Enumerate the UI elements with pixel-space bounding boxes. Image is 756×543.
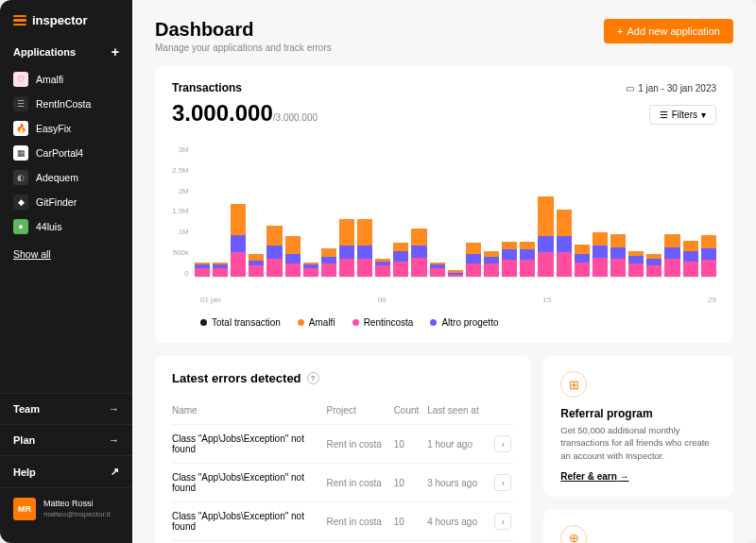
help-icon[interactable]: ? (307, 372, 319, 384)
topbar: Dashboard Manage your applications and t… (155, 19, 733, 53)
plus-icon: + (617, 25, 623, 37)
chart-bar (484, 251, 499, 277)
app-icon: 🔥 (13, 121, 28, 136)
legend-item: Total transaction (200, 317, 281, 328)
chart-bars (195, 145, 716, 278)
user-block[interactable]: MR Matteo Rossi matteo@inspector.it (0, 487, 132, 530)
chart-bar (448, 270, 463, 277)
sidebar-item[interactable]: ♡Amalfi (8, 67, 125, 92)
chart-bar (646, 254, 662, 277)
transactions-chart: 3M2.5M2M1.5M1M500k0 01 jan081529 Total t… (172, 145, 716, 328)
chart-bar (466, 243, 481, 277)
transactions-metric: 3.000.000/3.000.000 (172, 100, 318, 127)
app-icon: ◆ (13, 195, 28, 210)
errors-panel: Latest errors detected ? Name Project Co… (155, 356, 530, 543)
chart-bar (195, 263, 210, 277)
app-icon: ☰ (13, 96, 28, 111)
page-subtitle: Manage your applications and track error… (155, 42, 332, 53)
app-label: GitFinder (36, 196, 77, 208)
avatar: MR (13, 498, 36, 520)
sidebar-item[interactable]: ☰RentInCosta (8, 92, 125, 116)
referral-body: Get 50,000 additional monthly transactio… (560, 424, 716, 462)
chart-bar (375, 259, 390, 277)
chart-bar (557, 210, 572, 277)
chart-bar (683, 241, 698, 277)
sidebar-item[interactable]: 🔥EasyFix (8, 116, 125, 141)
show-all-link[interactable]: Show all (0, 239, 132, 269)
calendar-icon: ▭ (626, 83, 634, 93)
chart-bar (231, 204, 246, 277)
chart-bar (430, 263, 445, 277)
chart-bar (575, 245, 590, 277)
chart-bar (701, 235, 716, 277)
app-label: RentInCosta (36, 98, 91, 110)
table-row: Class "App\Jobs\Exception" not foundRent… (172, 425, 513, 464)
chart-bar (249, 254, 264, 277)
table-row: Class "App\Jobs\Exception" not foundRent… (172, 502, 513, 541)
arrow-icon: → (109, 434, 119, 446)
sidebar-item[interactable]: ◐Adequem (8, 165, 125, 190)
nav-link[interactable]: Team→ (0, 393, 132, 424)
chart-bar (357, 219, 372, 277)
team-card: ⊕ Add team members (543, 510, 733, 543)
legend-item: Rentincosta (352, 317, 414, 328)
app-list: ♡Amalfi☰RentInCosta🔥EasyFix▦CarPortal4◐A… (0, 67, 132, 239)
sidebar-item[interactable]: ▦CarPortal4 (8, 141, 125, 165)
apps-section-head: Applications + (0, 41, 132, 67)
chevron-right-icon[interactable]: › (494, 513, 511, 530)
errors-table-head: Name Project Count Last seen at (172, 397, 513, 425)
transactions-card: Transactions ▭ 1 jan - 30 jan 2023 3.000… (155, 66, 733, 343)
arrow-icon: → (109, 403, 119, 415)
sidebar-item[interactable]: ◆GitFinder (8, 190, 125, 214)
chart-bar (610, 234, 626, 277)
chevron-right-icon[interactable]: › (494, 474, 511, 491)
chart-bar (266, 226, 282, 277)
logo-icon (13, 15, 26, 26)
chart-yaxis: 3M2.5M2M1.5M1M500k0 (172, 145, 195, 278)
add-app-icon[interactable]: + (112, 44, 119, 59)
chart-bar (213, 263, 228, 277)
user-name: Matteo Rossi (43, 499, 111, 510)
chart-legend: Total transactionAmalfiRentincostaAltro … (172, 317, 716, 328)
chart-bar (393, 243, 408, 277)
app-label: Amalfi (36, 74, 63, 85)
arrow-icon: ↗ (111, 466, 119, 478)
date-range[interactable]: ▭ 1 jan - 30 jan 2023 (626, 83, 716, 93)
chevron-down-icon: ▾ (701, 110, 706, 120)
chart-bar (285, 236, 301, 277)
apps-section-label: Applications (13, 46, 76, 58)
filter-icon: ☰ (660, 110, 668, 120)
logo[interactable]: inspector (0, 13, 132, 41)
chevron-right-icon[interactable]: › (494, 435, 511, 452)
chart-bar (321, 248, 336, 277)
chart-bar (303, 263, 318, 277)
chart-xaxis: 01 jan081529 (172, 296, 716, 304)
add-application-button[interactable]: + Add new application (604, 19, 733, 43)
chart-bar (593, 232, 608, 277)
app-icon: ▦ (13, 145, 28, 161)
table-row: Class "App\Jobs\Exception" not foundRent… (172, 464, 513, 502)
chart-bar (664, 234, 679, 277)
chart-bar (411, 229, 426, 277)
sidebar: inspector Applications + ♡Amalfi☰RentInC… (0, 0, 132, 543)
errors-title: Latest errors detected (172, 371, 301, 385)
app-icon: ● (13, 219, 28, 234)
user-email: matteo@inspector.it (43, 510, 111, 519)
filters-button[interactable]: ☰ Filters ▾ (649, 105, 716, 125)
nav-link[interactable]: Help↗ (0, 455, 132, 487)
app-label: Adequem (36, 172, 78, 183)
add-application-label: Add new application (627, 25, 720, 37)
transactions-title: Transactions (172, 81, 242, 94)
page-title: Dashboard (155, 19, 332, 41)
legend-item: Altro progetto (430, 317, 498, 328)
gift-icon: ⊞ (560, 371, 587, 398)
refer-earn-link[interactable]: Refer & earn → (560, 471, 716, 482)
sidebar-item[interactable]: ●44luis (8, 214, 125, 239)
app-icon: ◐ (13, 170, 28, 185)
nav-link[interactable]: Plan→ (0, 424, 132, 455)
chart-bar (628, 251, 644, 277)
app-label: CarPortal4 (36, 147, 83, 159)
chart-bar (538, 196, 553, 277)
legend-item: Amalfi (298, 317, 335, 328)
main-content: Dashboard Manage your applications and t… (132, 0, 756, 543)
